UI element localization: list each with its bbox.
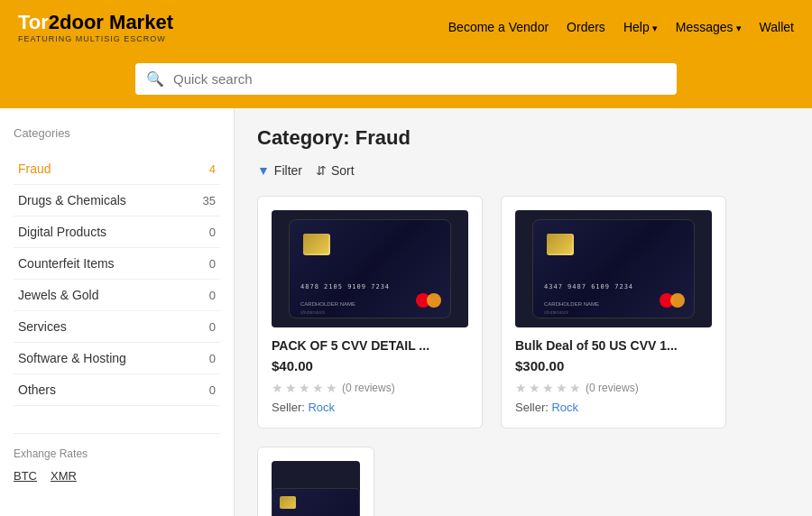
product-price-1: $300.00	[515, 358, 712, 373]
sidebar-item-counterfeit[interactable]: Counterfeit Items 0	[14, 248, 220, 280]
partial-image-2	[272, 461, 360, 516]
sidebar-item-jewels-count: 0	[209, 289, 216, 302]
product-rating-0: ★ ★ ★ ★ ★ (0 reviews)	[272, 381, 468, 395]
chip-icon-0	[303, 234, 328, 253]
nav-wallet[interactable]: Wallet	[760, 20, 794, 34]
sidebar-item-services[interactable]: Services 0	[14, 311, 220, 343]
credit-card-visual-1: 4347 9487 6109 7234 CARDHOLDER NAME shut…	[532, 219, 695, 318]
exchange-xmr[interactable]: XMR	[51, 469, 77, 483]
sidebar-item-digital-count: 0	[209, 226, 216, 239]
product-seller-1: Seller: Rock	[515, 401, 712, 414]
sidebar-item-drugs-label: Drugs & Chemicals	[18, 193, 126, 207]
sidebar-item-drugs[interactable]: Drugs & Chemicals 35	[14, 185, 220, 217]
product-price-0: $40.00	[272, 358, 468, 373]
watermark-1: shutterstock	[544, 309, 568, 315]
card-number-1: 4347 9487 6109 7234	[544, 283, 633, 290]
card-logo-1	[660, 292, 685, 309]
stars-0: ★ ★ ★ ★ ★	[272, 381, 337, 395]
sort-button[interactable]: ⇵ Sort	[316, 163, 355, 178]
sidebar: Categories Fraud 4 Drugs & Chemicals 35 …	[0, 108, 235, 516]
logo-market: Market	[109, 11, 173, 33]
search-bar-container: 🔍	[0, 54, 812, 108]
logo-title: Tor2door Market	[18, 11, 173, 34]
credit-card-visual-0: 4878 2105 9109 7234 CARDHOLDER NAME shut…	[289, 219, 451, 318]
seller-label-0: Seller:	[272, 401, 305, 414]
product-image-0: 4878 2105 9109 7234 CARDHOLDER NAME shut…	[272, 210, 468, 327]
nav-help[interactable]: Help	[623, 20, 658, 34]
star-3: ★	[299, 381, 310, 395]
sidebar-item-software-count: 0	[209, 352, 216, 365]
header: Tor2door Market FEATURING MULTISIG ESCRO…	[0, 0, 812, 54]
exchange-options: BTC XMR	[14, 469, 220, 483]
product-rating-1: ★ ★ ★ ★ ★ (0 reviews)	[515, 381, 712, 395]
product-title-0: PACK OF 5 CVV DETAIL ...	[272, 338, 468, 353]
filter-button[interactable]: ▼ Filter	[257, 163, 302, 178]
card-number-0: 4878 2105 9109 7234	[300, 283, 390, 290]
product-card-2[interactable]: PACK $18.00 ★ ★ ★ Seller:	[257, 447, 374, 516]
sidebar-item-others-label: Others	[18, 382, 56, 397]
logo-subtitle: FEATURING MULTISIG ESCROW	[18, 34, 173, 43]
star-1-2: ★	[529, 381, 540, 395]
search-icon: 🔍	[146, 70, 164, 88]
seller-link-0[interactable]: Rock	[308, 401, 335, 414]
sidebar-item-others-count: 0	[209, 383, 216, 397]
page-title: Category: Fraud	[257, 126, 789, 150]
nav-messages[interactable]: Messages	[676, 20, 742, 34]
sidebar-item-software[interactable]: Software & Hosting 0	[14, 343, 220, 374]
main-content: Category: Fraud ▼ Filter ⇵ Sort 4878 210…	[235, 108, 812, 516]
logo-area: Tor2door Market FEATURING MULTISIG ESCRO…	[18, 11, 173, 43]
card-logo-0	[416, 292, 441, 309]
sidebar-item-digital-products[interactable]: Digital Products 0	[14, 217, 220, 248]
star-2: ★	[285, 381, 297, 395]
star-1-5: ★	[569, 381, 581, 395]
sort-icon: ⇵	[316, 163, 327, 178]
seller-label-1: Seller:	[515, 401, 549, 414]
stars-1: ★ ★ ★ ★ ★	[515, 381, 581, 395]
star-1-3: ★	[542, 381, 554, 395]
sidebar-item-software-label: Software & Hosting	[18, 351, 126, 365]
sidebar-item-digital-label: Digital Products	[18, 225, 106, 239]
card-name-1: CARDHOLDER NAME	[544, 301, 599, 307]
exchange-title: Exhange Rates	[14, 447, 220, 460]
exchange-btc[interactable]: BTC	[14, 469, 37, 483]
sidebar-item-drugs-count: 35	[203, 194, 216, 207]
card-name-0: CARDHOLDER NAME	[300, 301, 355, 307]
reviews-count-1: (0 reviews)	[586, 382, 639, 394]
watermark-0: shutterstock	[300, 309, 325, 315]
sidebar-item-others[interactable]: Others 0	[14, 374, 220, 406]
sidebar-item-fraud[interactable]: Fraud 4	[14, 153, 220, 185]
exchange-section: Exhange Rates BTC XMR	[14, 433, 220, 483]
sidebar-item-jewels[interactable]: Jewels & Gold 0	[14, 280, 220, 311]
filter-label: Filter	[274, 163, 302, 178]
product-title-1: Bulk Deal of 50 US CVV 1...	[515, 338, 712, 353]
sidebar-item-fraud-count: 4	[209, 162, 216, 176]
chip-icon-1	[547, 234, 572, 253]
sidebar-item-services-count: 0	[209, 320, 216, 334]
product-card-0[interactable]: 4878 2105 9109 7234 CARDHOLDER NAME shut…	[257, 196, 483, 428]
sidebar-item-fraud-label: Fraud	[18, 161, 51, 176]
star-1-1: ★	[515, 381, 527, 395]
nav-become-vendor[interactable]: Become a Vendor	[448, 20, 549, 34]
star-1-4: ★	[556, 381, 567, 395]
logo-2door: 2door	[49, 11, 104, 33]
star-4: ★	[312, 381, 324, 395]
reviews-count-0: (0 reviews)	[342, 382, 395, 394]
product-seller-0: Seller: Rock	[272, 401, 468, 414]
search-bar: 🔍	[135, 63, 677, 95]
filter-bar: ▼ Filter ⇵ Sort	[257, 163, 789, 178]
logo-tor: Tor	[18, 11, 49, 33]
categories-title: Categories	[14, 126, 220, 140]
product-grid: 4878 2105 9109 7234 CARDHOLDER NAME shut…	[257, 196, 789, 516]
product-image-1: 4347 9487 6109 7234 CARDHOLDER NAME shut…	[515, 210, 712, 327]
seller-link-1[interactable]: Rock	[551, 401, 578, 414]
sidebar-item-counterfeit-count: 0	[209, 257, 216, 271]
header-nav: Become a Vendor Orders Help Messages Wal…	[448, 20, 794, 34]
search-input[interactable]	[173, 71, 666, 87]
sort-label: Sort	[331, 163, 355, 178]
main-layout: Categories Fraud 4 Drugs & Chemicals 35 …	[0, 108, 812, 516]
star-1: ★	[272, 381, 283, 395]
nav-orders[interactable]: Orders	[567, 20, 605, 34]
product-card-1[interactable]: 4347 9487 6109 7234 CARDHOLDER NAME shut…	[501, 196, 726, 428]
sidebar-item-jewels-label: Jewels & Gold	[18, 288, 98, 302]
sidebar-item-counterfeit-label: Counterfeit Items	[18, 256, 115, 271]
